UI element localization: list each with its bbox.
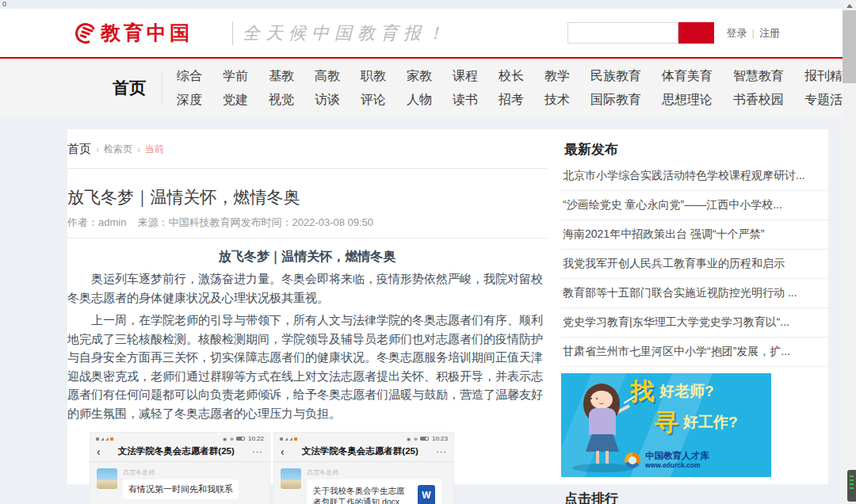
nav-item[interactable]: 教学 — [545, 68, 570, 85]
ad-find-char: 找 — [631, 380, 655, 403]
nav-item[interactable]: 学前 — [223, 68, 248, 85]
latest-releases-list: 北京市小学综合实践活动特色学校课程观摩研讨... “沙画绘党史 童心永向党”——… — [561, 162, 828, 367]
latest-releases-title: 最新发布 — [564, 129, 828, 158]
sidebar: 最新发布 北京市小学综合实践活动特色学校课程观摩研讨... “沙画绘党史 童心永… — [561, 129, 828, 484]
scrollbar-up-arrow-icon[interactable] — [846, 4, 853, 8]
article-paragraph: 奥运列车逐梦前行，激荡奋进力量。冬奥会即将来临，疫情形势依然严峻，我院对留校冬奥… — [67, 269, 547, 307]
chat-screenshot-right: ◉ ⊕ 10:23 ‹ 文法学院冬奥会志愿者群(25) ··· 高雪冬老师 — [273, 432, 454, 504]
nav-item[interactable]: 技术 — [545, 92, 570, 109]
nav-item[interactable]: 职教 — [361, 68, 386, 85]
breadcrumb: 首页 › 检索页 › 当前 — [67, 129, 547, 157]
nav-item[interactable]: 智慧教育 — [733, 68, 784, 85]
nav-col: 高教访谈 — [315, 68, 340, 109]
nav-item[interactable]: 访谈 — [315, 92, 340, 109]
list-item[interactable]: 甘肃省兰州市七里河区中小学“抱团”发展，扩... — [561, 338, 828, 367]
article-author: 作者：admin — [67, 216, 126, 228]
status-right-icons: ◉ ⊕ 10:23 — [407, 435, 448, 442]
recruitment-ad-banner[interactable]: 找 好老师? 寻 好工作? 中国教育人才库 www.edurck.com — [561, 373, 771, 477]
nav-col: 课程读书 — [453, 68, 478, 109]
nav-item[interactable]: 深度 — [177, 92, 202, 109]
search-button[interactable] — [678, 22, 714, 44]
list-item[interactable]: 党史学习教育|东华理工大学党史学习教育以“... — [561, 308, 828, 338]
chat-group-title: 文法学院冬奥会志愿者群(25) — [101, 445, 252, 457]
search-group — [567, 22, 714, 44]
nav-item[interactable]: 校长 — [499, 68, 524, 85]
nav-item[interactable]: 思想理论 — [662, 92, 713, 109]
site-slogan-wrap: 全天候中国教育报！ — [232, 21, 449, 45]
list-item[interactable]: 教育部等十五部门联合实施近视防控光明行动 ... — [561, 279, 828, 308]
status-right-icons: ◉ ⊕ 10:22 — [223, 435, 264, 442]
nav-col: 智慧教育书香校园 — [733, 68, 784, 109]
sender-name: 高雪冬老师 — [307, 468, 441, 477]
chat-body: 高雪冬老师 有情况第一时间先和我联系 1月12日 中午12:37 好的老师，收到… — [90, 462, 269, 504]
nav-item[interactable]: 综合 — [177, 68, 202, 85]
browser-top-strip: 0 — [0, 0, 856, 9]
nav-item[interactable]: 家教 — [407, 68, 432, 85]
scrollbar-thumb[interactable] — [843, 10, 856, 83]
breadcrumb-divider — [67, 168, 547, 169]
list-item[interactable]: 北京市小学综合实践活动特色学校课程观摩研讨... — [561, 162, 828, 191]
site-logo-icon — [72, 20, 98, 46]
login-link[interactable]: 登录 — [727, 27, 747, 39]
status-time: 10:22 — [248, 435, 264, 442]
nav-item[interactable]: 体育美育 — [662, 68, 713, 85]
signal-icons — [280, 437, 297, 441]
nav-item[interactable]: 人物 — [407, 92, 432, 109]
nav-col: 职教评论 — [361, 68, 386, 109]
article-column: 首页 › 检索页 › 当前 放飞冬梦｜温情关怀，燃情冬奥 作者：admin来源：… — [67, 129, 547, 484]
nav-item[interactable]: 国际教育 — [590, 92, 641, 109]
nav-home[interactable]: 首页 — [113, 77, 146, 99]
breadcrumb-current: 当前 — [145, 143, 164, 156]
word-doc-icon: W — [418, 485, 435, 504]
ad-seek-text: 好工作? — [683, 410, 738, 434]
nav-col: 学前党建 — [223, 68, 248, 109]
breadcrumb-separator: › — [137, 144, 140, 155]
nav-item[interactable]: 读书 — [453, 92, 478, 109]
sender-name: 高雪冬老师 — [123, 468, 239, 477]
eye-bluetooth-icons: ◉ ⊕ — [223, 436, 235, 441]
ad-line-2: 寻 好工作? — [655, 410, 738, 434]
article-meta-divider — [67, 238, 547, 239]
site-logo[interactable]: 教育中国 — [75, 20, 193, 46]
nav-item[interactable]: 书香校园 — [733, 92, 784, 109]
battery-icon — [236, 437, 245, 441]
chat-message: 高雪冬老师 有情况第一时间先和我联系 — [97, 468, 263, 499]
ad-brand-url: www.edurck.com — [645, 460, 709, 470]
click-ranking-title: 点击排行 — [564, 490, 828, 504]
chat-header: ‹ 文法学院冬奥会志愿者群(25) ··· — [90, 443, 269, 462]
site-header: 教育中国 全天候中国教育报！ 登录|注册 — [0, 9, 856, 57]
auth-separator: | — [752, 27, 755, 39]
article-title: 放飞冬梦｜温情关怀，燃情冬奥 — [67, 186, 547, 208]
app-notification-icon — [110, 437, 113, 441]
nav-item[interactable]: 党建 — [223, 92, 248, 109]
search-input[interactable] — [567, 22, 678, 44]
nav-item[interactable]: 课程 — [453, 68, 478, 85]
register-link[interactable]: 注册 — [759, 27, 780, 39]
teacher-avatar — [281, 468, 301, 489]
chat-screenshot-left: ◉ ⊕ 10:22 ‹ 文法学院冬奥会志愿者群(25) ··· 高雪冬老师 — [90, 432, 270, 504]
list-item[interactable]: 海南2021年中招政策出台 强调“十个严禁” — [561, 220, 828, 250]
breadcrumb-home[interactable]: 首页 — [67, 142, 91, 157]
breadcrumb-search-page[interactable]: 检索页 — [104, 143, 132, 156]
site-name: 教育中国 — [101, 20, 193, 46]
nav-item[interactable]: 评论 — [361, 92, 386, 109]
auth-links: 登录|注册 — [727, 26, 780, 40]
chat-message: 高雪冬老师 关于我校冬奥会学生志愿者包联工作的通知.docx 14.0 KB W — [281, 468, 447, 504]
list-item[interactable]: “沙画绘党史 童心永向党”——江西中小学校... — [561, 191, 828, 220]
main-nav: 首页 综合深度 学前党建 基教视觉 高教访谈 职教评论 家教人物 课程读书 校长… — [0, 59, 856, 117]
content-wrapper: 首页 › 检索页 › 当前 放飞冬梦｜温情关怀，燃情冬奥 作者：admin来源：… — [67, 129, 828, 484]
phone-status-bar: ◉ ⊕ 10:22 — [90, 433, 269, 443]
signal-icons — [96, 437, 113, 441]
article-images: ◉ ⊕ 10:22 ‹ 文法学院冬奥会志愿者群(25) ··· 高雪冬老师 — [90, 432, 547, 504]
nav-item[interactable]: 民族教育 — [590, 68, 641, 85]
floating-corner-widget[interactable] — [847, 470, 856, 502]
nav-item[interactable]: 视觉 — [269, 92, 294, 109]
article-meta: 作者：admin来源：中国科技教育网发布时间：2022-03-08 09:50 — [67, 216, 547, 230]
nav-item[interactable]: 高教 — [315, 68, 340, 85]
nav-item[interactable]: 基教 — [269, 68, 294, 85]
nav-item[interactable]: 招考 — [499, 92, 524, 109]
nav-col: 校长招考 — [499, 68, 524, 109]
list-item[interactable]: 我党我军开创人民兵工教育事业的历程和启示 — [561, 250, 828, 279]
nav-divider — [162, 71, 162, 105]
scrollbar[interactable] — [843, 0, 856, 504]
